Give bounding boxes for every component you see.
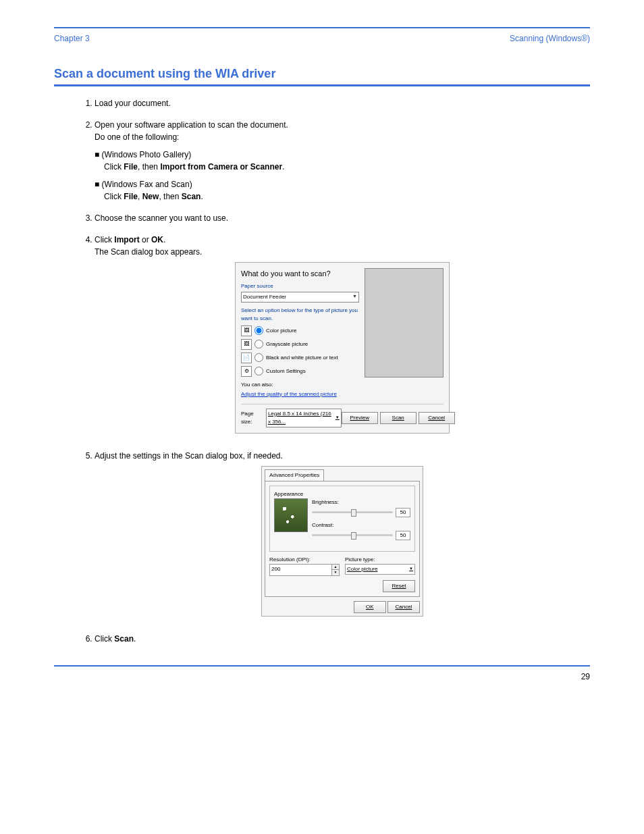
paper-source-value: Document Feeder <box>243 293 286 301</box>
t: Import <box>114 235 139 244</box>
step-2-sub1: ■ (Windows Photo Gallery) <box>95 149 590 161</box>
reset-button[interactable]: Reset <box>383 580 415 592</box>
step-2-sub2: ■ (Windows Fax and Scan) <box>95 178 590 190</box>
page-size-value: Legal 8.5 x 14 inches (216 x 356... <box>268 410 336 426</box>
color-picture-icon: 🖼 <box>241 325 252 336</box>
bullet-icon: ■ <box>95 150 102 159</box>
advanced-properties-dialog: Advanced Properties Appearance Brightnes… <box>261 466 423 617</box>
chevron-down-icon: ▼ <box>352 293 357 301</box>
t: , <box>138 192 142 201</box>
step-2-sub1-detail: Click File, then Import from Camera or S… <box>104 161 590 173</box>
custom-settings-icon: ⚙ <box>241 366 252 377</box>
paper-source-select[interactable]: Document Feeder ▼ <box>241 292 359 303</box>
steps-list: Load your document. Open your software a… <box>54 97 590 645</box>
option-grayscale[interactable]: 🖼 Grayscale picture <box>241 339 359 350</box>
step-5-text: Adjust the settings in the Scan dialog b… <box>95 451 283 461</box>
paper-source-label: Paper source <box>241 282 359 290</box>
cancel-button[interactable]: Cancel <box>387 601 420 613</box>
chevron-down-icon: ▼ <box>409 566 413 572</box>
step-2: Open your software application to scan t… <box>95 119 590 203</box>
bw-text-icon: 📄 <box>241 353 252 363</box>
brightness-slider[interactable] <box>312 511 393 513</box>
preview-thumbnail <box>274 498 308 532</box>
resolution-value[interactable]: 200 <box>269 564 332 576</box>
picture-type-value: Color picture <box>347 565 377 573</box>
t: File <box>124 192 138 201</box>
option-custom-label: Custom Settings <box>266 367 306 375</box>
t: Click <box>104 192 124 201</box>
section-title: Scan a document using the WIA driver <box>54 65 590 83</box>
radio-bw[interactable] <box>254 353 263 362</box>
slider-knob-icon <box>351 509 356 517</box>
brightness-value[interactable]: 50 <box>396 508 410 517</box>
picture-type-select[interactable]: Color picture ▼ <box>345 564 415 575</box>
step-2b: Do one of the following: <box>95 131 590 143</box>
option-custom[interactable]: ⚙ Custom Settings <box>241 366 359 377</box>
t: Click <box>95 235 114 244</box>
appearance-label: Appearance <box>274 491 303 497</box>
brightness-label: Brightness: <box>312 498 410 506</box>
cancel-button[interactable]: Cancel <box>419 412 455 424</box>
adjust-quality-link[interactable]: Adjust the quality of the scanned pictur… <box>241 390 337 398</box>
radio-custom[interactable] <box>254 367 263 375</box>
step-3-text: Choose the scanner you want to use. <box>95 213 228 223</box>
slider-knob-icon <box>351 532 356 540</box>
option-color[interactable]: 🖼 Color picture <box>241 325 359 336</box>
t: , then <box>159 192 181 201</box>
scan-button[interactable]: Scan <box>380 412 417 424</box>
header-right: Scanning (Windows®) <box>510 32 590 45</box>
advanced-properties-tab[interactable]: Advanced Properties <box>265 469 324 481</box>
option-bw-label: Black and white picture or text <box>266 354 338 362</box>
resolution-spinner[interactable]: 200 ▲▼ <box>269 564 340 576</box>
scan-dialog: What do you want to scan? Paper source D… <box>235 262 450 434</box>
t: File <box>124 162 138 172</box>
t: Scan <box>114 634 134 644</box>
contrast-slider[interactable] <box>312 534 393 536</box>
radio-color[interactable] <box>254 326 263 335</box>
t: . <box>163 235 165 244</box>
radio-gray[interactable] <box>254 340 263 348</box>
spin-down-icon[interactable]: ▼ <box>332 570 339 575</box>
step-3: Choose the scanner you want to use. <box>95 212 590 224</box>
step-6: Click Scan. <box>95 633 590 645</box>
step-1: Load your document. <box>95 97 590 109</box>
t: Import from Camera or Scanner <box>160 162 282 172</box>
page-header: Chapter 3 Scanning (Windows®) <box>54 32 590 46</box>
t: , then <box>138 162 160 172</box>
option-bw[interactable]: 📄 Black and white picture or text <box>241 353 359 363</box>
dialog-title: What do you want to scan? <box>241 268 359 280</box>
contrast-label: Contrast: <box>312 521 410 529</box>
step-2-sub1-text: (Windows Photo Gallery) <box>102 150 192 159</box>
page-size-label: Page size: <box>241 410 263 426</box>
contrast-value[interactable]: 50 <box>396 531 410 540</box>
footer-right: 29 <box>581 671 590 683</box>
title-rule <box>54 84 590 86</box>
ok-button[interactable]: OK <box>354 601 386 613</box>
step-4-sub: The Scan dialog box appears. <box>95 246 590 258</box>
page-footer: 29 <box>54 667 590 683</box>
t: . <box>134 634 136 644</box>
step-4: Click Import or OK. The Scan dialog box … <box>95 234 590 440</box>
step-1-text: Load your document. <box>95 99 171 108</box>
t: or <box>140 235 151 244</box>
step-5: Adjust the settings in the Scan dialog b… <box>95 450 590 623</box>
t: Click <box>104 162 124 172</box>
chevron-down-icon: ▼ <box>336 415 340 421</box>
grayscale-picture-icon: 🖼 <box>241 339 252 350</box>
spin-up-icon[interactable]: ▲ <box>332 565 339 571</box>
also-label: You can also: <box>241 381 359 389</box>
top-rule <box>54 27 590 28</box>
option-gray-label: Grayscale picture <box>266 340 308 348</box>
preview-pane <box>365 268 444 377</box>
step-2-sub2-detail: Click File, New, then Scan. <box>104 190 590 203</box>
t: Click <box>95 634 114 644</box>
t: New <box>142 192 159 201</box>
preview-button[interactable]: Preview <box>342 412 378 424</box>
resolution-label: Resolution (DPI): <box>269 556 340 564</box>
step-2a: Open your software application to scan t… <box>95 119 590 131</box>
step-2-sub2-text: (Windows Fax and Scan) <box>102 180 192 189</box>
page-size-select[interactable]: Legal 8.5 x 14 inches (216 x 356... ▼ <box>266 409 342 427</box>
scan-type-desc: Select an option below for the type of p… <box>241 307 359 323</box>
t: OK <box>151 235 163 244</box>
bullet-icon: ■ <box>95 180 102 189</box>
